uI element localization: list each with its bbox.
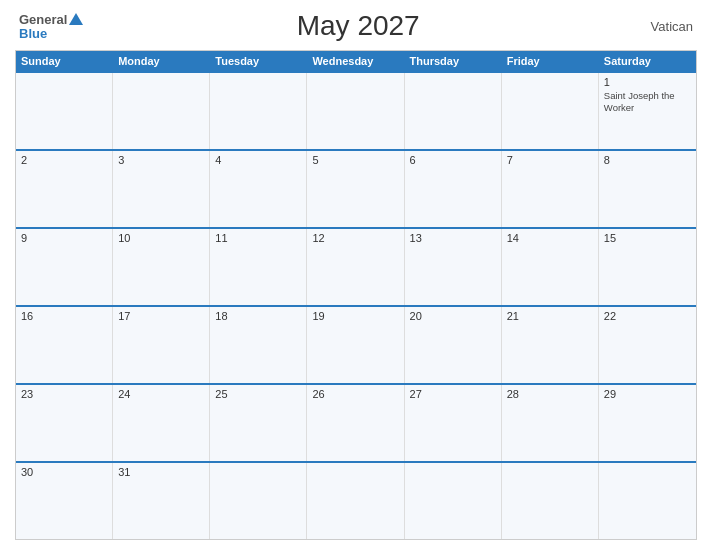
day-number: 9	[21, 232, 107, 244]
day-number: 31	[118, 466, 204, 478]
day-cell	[16, 73, 113, 149]
day-number: 10	[118, 232, 204, 244]
day-cell	[502, 463, 599, 539]
day-cell: 2	[16, 151, 113, 227]
week-row-2: 2345678	[16, 149, 696, 227]
day-cell	[599, 463, 696, 539]
day-number: 23	[21, 388, 107, 400]
day-number: 21	[507, 310, 593, 322]
day-cell: 4	[210, 151, 307, 227]
region-label: Vatican	[633, 19, 693, 34]
day-cell: 8	[599, 151, 696, 227]
day-cell: 10	[113, 229, 210, 305]
day-name-tuesday: Tuesday	[210, 51, 307, 71]
day-cell	[405, 73, 502, 149]
logo-triangle-icon	[69, 13, 83, 25]
day-cell: 27	[405, 385, 502, 461]
day-name-sunday: Sunday	[16, 51, 113, 71]
calendar-title: May 2027	[83, 10, 633, 42]
day-number: 20	[410, 310, 496, 322]
day-cell: 28	[502, 385, 599, 461]
day-cell: 6	[405, 151, 502, 227]
day-cell: 25	[210, 385, 307, 461]
day-number: 28	[507, 388, 593, 400]
day-name-monday: Monday	[113, 51, 210, 71]
day-number: 24	[118, 388, 204, 400]
day-cell: 22	[599, 307, 696, 383]
day-name-saturday: Saturday	[599, 51, 696, 71]
day-cell: 7	[502, 151, 599, 227]
day-cell: 18	[210, 307, 307, 383]
day-cell: 20	[405, 307, 502, 383]
day-number: 18	[215, 310, 301, 322]
day-cell: 11	[210, 229, 307, 305]
day-number: 25	[215, 388, 301, 400]
day-number: 7	[507, 154, 593, 166]
day-number: 2	[21, 154, 107, 166]
day-cell: 9	[16, 229, 113, 305]
day-number: 13	[410, 232, 496, 244]
day-number: 8	[604, 154, 691, 166]
logo-blue: Blue	[19, 27, 83, 40]
day-number: 15	[604, 232, 691, 244]
day-cell: 26	[307, 385, 404, 461]
day-cell: 29	[599, 385, 696, 461]
day-number: 19	[312, 310, 398, 322]
day-cell: 15	[599, 229, 696, 305]
day-cell: 31	[113, 463, 210, 539]
day-cell	[113, 73, 210, 149]
page-header: General Blue May 2027 Vatican	[15, 10, 697, 42]
day-cell: 21	[502, 307, 599, 383]
logo-general: General	[19, 13, 67, 26]
day-name-wednesday: Wednesday	[307, 51, 404, 71]
logo: General Blue	[19, 13, 83, 40]
day-cell: 24	[113, 385, 210, 461]
day-number: 29	[604, 388, 691, 400]
calendar-body: 1Saint Joseph the Worker2345678910111213…	[16, 71, 696, 539]
day-name-friday: Friday	[502, 51, 599, 71]
week-row-4: 16171819202122	[16, 305, 696, 383]
day-number: 17	[118, 310, 204, 322]
day-cell	[307, 73, 404, 149]
week-row-6: 3031	[16, 461, 696, 539]
day-cell: 16	[16, 307, 113, 383]
day-cell: 13	[405, 229, 502, 305]
week-row-5: 23242526272829	[16, 383, 696, 461]
day-cell: 19	[307, 307, 404, 383]
day-cell: 12	[307, 229, 404, 305]
day-cell	[405, 463, 502, 539]
day-number: 12	[312, 232, 398, 244]
calendar-header: SundayMondayTuesdayWednesdayThursdayFrid…	[16, 51, 696, 71]
day-number: 14	[507, 232, 593, 244]
day-event: Saint Joseph the Worker	[604, 90, 691, 115]
day-number: 1	[604, 76, 691, 88]
calendar: SundayMondayTuesdayWednesdayThursdayFrid…	[15, 50, 697, 540]
day-number: 5	[312, 154, 398, 166]
day-cell: 30	[16, 463, 113, 539]
day-number: 30	[21, 466, 107, 478]
week-row-3: 9101112131415	[16, 227, 696, 305]
day-number: 16	[21, 310, 107, 322]
day-cell: 1Saint Joseph the Worker	[599, 73, 696, 149]
day-cell: 23	[16, 385, 113, 461]
day-cell: 17	[113, 307, 210, 383]
day-cell: 3	[113, 151, 210, 227]
day-number: 26	[312, 388, 398, 400]
day-number: 6	[410, 154, 496, 166]
day-number: 11	[215, 232, 301, 244]
day-number: 22	[604, 310, 691, 322]
day-cell	[502, 73, 599, 149]
day-number: 4	[215, 154, 301, 166]
day-name-thursday: Thursday	[405, 51, 502, 71]
day-cell: 14	[502, 229, 599, 305]
day-cell	[210, 463, 307, 539]
day-number: 27	[410, 388, 496, 400]
day-cell	[307, 463, 404, 539]
week-row-1: 1Saint Joseph the Worker	[16, 71, 696, 149]
day-cell: 5	[307, 151, 404, 227]
day-number: 3	[118, 154, 204, 166]
day-cell	[210, 73, 307, 149]
